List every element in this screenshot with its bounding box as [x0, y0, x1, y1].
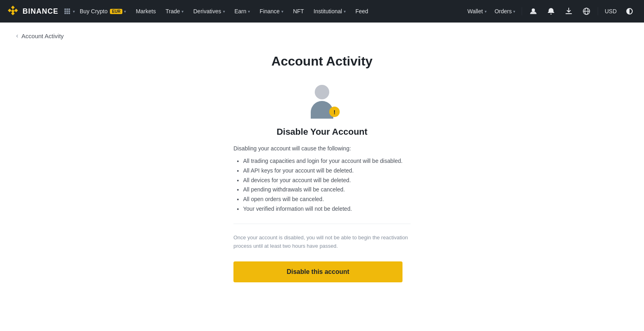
nav-derivatives[interactable]: Derivatives ▾: [188, 0, 229, 23]
effect-item-4: All pending withdrawals will be canceled…: [243, 185, 411, 195]
nav-feed[interactable]: Feed: [351, 0, 373, 23]
logo-text: BINANCE: [23, 7, 58, 16]
svg-rect-12: [66, 12, 68, 14]
svg-marker-1: [8, 9, 12, 12]
svg-rect-9: [66, 10, 68, 12]
nav-orders-chevron: ▾: [513, 9, 515, 14]
nav-divider-1: [522, 7, 522, 15]
globe-icon-button[interactable]: [578, 0, 594, 23]
nav-nft-label: NFT: [293, 8, 304, 14]
disable-section-title: Disable Your Account: [233, 127, 411, 137]
effect-item-3: All devices for your account will be del…: [243, 176, 411, 185]
content-block: Disable Your Account Disabling your acco…: [233, 127, 411, 282]
nav-finance-label: Finance: [260, 8, 280, 14]
profile-icon-button[interactable]: [525, 0, 541, 23]
nav-feed-label: Feed: [355, 8, 368, 14]
effect-item-6: Your verified information will not be de…: [243, 204, 411, 214]
svg-rect-7: [68, 8, 70, 10]
disable-account-icon: !: [306, 85, 338, 117]
nav-wallet[interactable]: Wallet ▾: [464, 0, 489, 23]
nav-institutional-label: Institutional: [314, 8, 342, 14]
nav-markets-label: Markets: [136, 8, 156, 14]
warning-badge-icon: !: [329, 107, 340, 117]
disable-account-button[interactable]: Disable this account: [233, 261, 402, 282]
svg-rect-10: [68, 10, 70, 12]
nav-divider-2: [598, 7, 598, 15]
nav-items: Buy Crypto EUR ▾ Markets Trade ▾ Derivat…: [75, 0, 464, 23]
svg-rect-8: [64, 10, 66, 12]
theme-toggle-button[interactable]: [621, 0, 638, 23]
nav-institutional[interactable]: Institutional ▾: [309, 0, 351, 23]
nav-earn-label: Earn: [235, 8, 247, 14]
nav-buy-crypto-badge: EUR: [110, 9, 122, 14]
nav-orders-label: Orders: [495, 8, 512, 14]
nav-trade[interactable]: Trade ▾: [161, 0, 188, 23]
svg-rect-5: [64, 8, 66, 10]
main-content: Account Activity ! Disable Your Account …: [169, 46, 475, 306]
nav-earn[interactable]: Earn ▾: [230, 0, 255, 23]
effect-item-2: All API keys for your account will be de…: [243, 166, 411, 176]
svg-marker-2: [14, 9, 18, 12]
nav-buy-crypto[interactable]: Buy Crypto EUR ▾: [75, 0, 131, 23]
nav-markets[interactable]: Markets: [131, 0, 161, 23]
nav-institutional-chevron: ▾: [344, 9, 346, 14]
svg-marker-4: [11, 9, 15, 13]
user-head-icon: [315, 85, 329, 99]
nav-buy-crypto-label: Buy Crypto: [80, 8, 107, 14]
nav-right: Wallet ▾ Orders ▾: [464, 0, 638, 23]
breadcrumb-back-button[interactable]: ‹: [16, 32, 18, 39]
nav-wallet-chevron: ▾: [485, 9, 487, 14]
effect-item-1: All trading capacities and login for you…: [243, 156, 411, 166]
svg-rect-6: [66, 8, 68, 10]
effects-list: All trading capacities and login for you…: [233, 156, 411, 214]
notifications-icon-button[interactable]: [543, 0, 559, 23]
svg-point-14: [532, 8, 535, 12]
nav-currency[interactable]: USD: [601, 0, 620, 23]
reactivation-note: Once your account is disabled, you will …: [233, 234, 411, 251]
nav-nft[interactable]: NFT: [288, 0, 309, 23]
svg-rect-13: [68, 12, 70, 14]
nav-derivatives-chevron: ▾: [223, 9, 225, 14]
nav-currency-label: USD: [605, 8, 617, 14]
breadcrumb-bar: ‹ Account Activity: [0, 23, 644, 46]
svg-rect-11: [64, 12, 66, 14]
page-title: Account Activity: [271, 54, 372, 69]
breadcrumb-title: Account Activity: [21, 33, 64, 39]
svg-marker-0: [11, 6, 15, 9]
nav-buy-crypto-chevron: ▾: [124, 9, 126, 14]
nav-derivatives-label: Derivatives: [193, 8, 221, 14]
effect-item-5: All open orders will be canceled.: [243, 195, 411, 204]
nav-earn-chevron: ▾: [248, 9, 250, 14]
navbar: BINANCE ▾ Buy Crypto EUR ▾ Markets Trade…: [0, 0, 644, 23]
effects-intro-text: Disabling your account will cause the fo…: [233, 145, 411, 152]
section-divider: [233, 224, 411, 224]
download-icon-button[interactable]: [561, 0, 577, 23]
nav-finance[interactable]: Finance ▾: [255, 0, 288, 23]
nav-finance-chevron: ▾: [281, 9, 283, 14]
nav-orders[interactable]: Orders ▾: [491, 0, 519, 23]
nav-trade-chevron: ▾: [182, 9, 184, 14]
nav-trade-label: Trade: [165, 8, 180, 14]
logo[interactable]: BINANCE: [6, 5, 58, 18]
grid-menu-button[interactable]: [62, 6, 73, 16]
nav-wallet-label: Wallet: [467, 8, 483, 14]
